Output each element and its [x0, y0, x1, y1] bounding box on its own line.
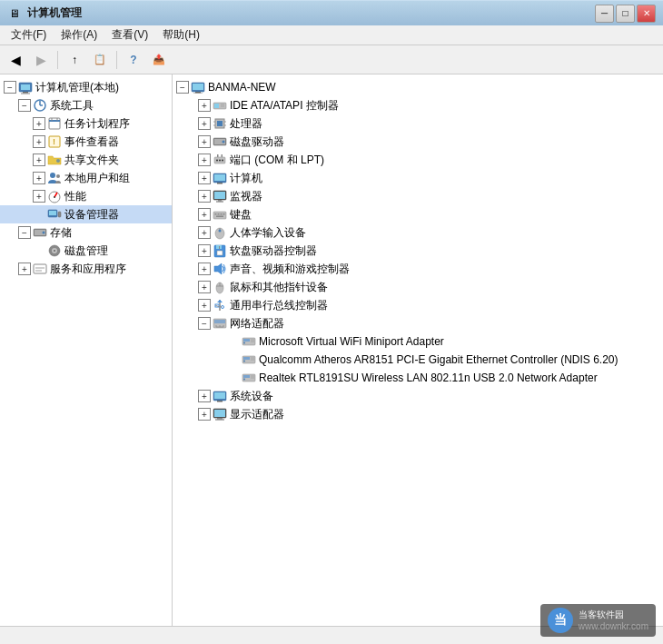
svg-rect-28: [34, 264, 46, 273]
expand-localusers[interactable]: +: [33, 172, 45, 184]
expand-placeholder-net1: [227, 335, 240, 348]
toolbar-sep-1: [57, 51, 58, 69]
menu-help[interactable]: 帮助(H): [155, 25, 207, 45]
expand-sharedfolders[interactable]: +: [33, 154, 45, 166]
expand-computername[interactable]: −: [176, 81, 189, 94]
menu-view[interactable]: 查看(V): [104, 25, 155, 45]
tree-node-mouse[interactable]: + 鼠标和其他指针设备: [173, 278, 663, 296]
up-button[interactable]: ↑: [63, 49, 86, 71]
label-network: 网络适配器: [230, 316, 284, 332]
svg-rect-60: [216, 202, 223, 203]
svg-point-50: [219, 160, 221, 162]
expand-storage[interactable]: −: [18, 226, 31, 239]
expand-placeholder-net2: [227, 353, 240, 366]
expand-taskscheduler[interactable]: +: [33, 117, 45, 130]
expand-placeholder-net3: [227, 372, 240, 384]
expand-mouse[interactable]: +: [198, 281, 211, 293]
tree-node-sysdev[interactable]: + 系统设备: [173, 387, 663, 405]
svg-point-18: [54, 196, 55, 198]
expand-computer-item[interactable]: +: [198, 172, 211, 184]
svg-rect-73: [219, 246, 220, 249]
label-root: 计算机管理(本地): [35, 80, 119, 95]
tree-node-storage[interactable]: − 存储: [0, 223, 172, 242]
help-button[interactable]: ?: [122, 49, 145, 71]
tree-node-diskmgmt[interactable]: 磁盘管理: [0, 242, 172, 260]
expand-sysdev[interactable]: +: [198, 390, 211, 402]
tree-node-usb[interactable]: + 通用串行总线控制器: [173, 296, 663, 314]
expand-display[interactable]: +: [198, 408, 211, 421]
tree-node-net2[interactable]: Qualcomm Atheros AR8151 PCI-E Gigabit Et…: [173, 351, 663, 369]
label-devmgr: 设备管理器: [64, 207, 119, 223]
tree-node-display[interactable]: + 显示适配器: [173, 405, 663, 423]
expand-floppy[interactable]: +: [198, 244, 211, 257]
tree-node-monitor[interactable]: + 监视器: [173, 187, 663, 205]
icon-usb: [213, 298, 227, 312]
svg-rect-58: [214, 192, 225, 199]
tree-node-keyboard[interactable]: + 键盘: [173, 205, 663, 223]
svg-rect-1: [21, 84, 30, 90]
icon-mouse: [213, 280, 227, 294]
tree-node-systemtools[interactable]: − 系统工具: [0, 96, 172, 114]
tree-node-eventviewer[interactable]: + ! 事件查看器: [0, 133, 172, 151]
tree-node-computer-item[interactable]: + 计算机: [173, 169, 663, 187]
expand-systemtools[interactable]: −: [18, 99, 31, 112]
tree-node-computername[interactable]: − BANMA-NEW: [173, 78, 663, 96]
svg-rect-96: [243, 357, 250, 360]
tree-node-net3[interactable]: Realtek RTL8191SU Wireless LAN 802.11n U…: [173, 369, 663, 387]
icon-taskscheduler: [47, 116, 62, 131]
label-systemtools: 系统工具: [50, 98, 94, 114]
expand-port[interactable]: +: [198, 154, 211, 166]
properties-button[interactable]: 📋: [88, 49, 112, 71]
expand-diskdrive[interactable]: +: [198, 135, 211, 148]
tree-node-floppy[interactable]: + 软盘驱动器控制器: [173, 242, 663, 260]
expand-eventviewer[interactable]: +: [33, 135, 45, 148]
expand-root[interactable]: −: [4, 81, 16, 94]
menu-action[interactable]: 操作(A): [54, 25, 104, 45]
tree-node-root[interactable]: − 计算机管理(本地): [0, 78, 172, 96]
expand-network[interactable]: −: [198, 317, 211, 330]
tree-node-sound[interactable]: + 声音、视频和游戏控制器: [173, 260, 663, 278]
svg-rect-53: [222, 154, 223, 157]
tree-node-port[interactable]: + 端口 (COM 和 LPT): [173, 151, 663, 169]
export-button[interactable]: 📤: [147, 49, 171, 71]
tree-node-services[interactable]: + 服务和应用程序: [0, 260, 172, 278]
svg-point-69: [219, 230, 222, 233]
icon-sysdev: [213, 389, 227, 403]
maximize-button[interactable]: □: [616, 5, 635, 23]
expand-performance[interactable]: +: [33, 190, 45, 203]
close-button[interactable]: ✕: [637, 5, 656, 23]
tree-node-taskscheduler[interactable]: + 任务计划程序: [0, 114, 172, 133]
tree-node-localusers[interactable]: + 本地用户和组: [0, 169, 172, 187]
svg-rect-20: [49, 211, 56, 215]
tree-node-hid[interactable]: + 人体学输入设备: [173, 223, 663, 242]
tree-node-sharedfolders[interactable]: + 共享文件夹: [0, 151, 172, 169]
expand-services[interactable]: +: [18, 263, 31, 275]
expand-usb[interactable]: +: [198, 299, 211, 312]
expand-ide[interactable]: +: [198, 99, 211, 112]
expand-placeholder-devmgr: [33, 208, 45, 221]
tree-node-ide[interactable]: + IDE ATA/ATAPI 控制器: [173, 96, 663, 114]
tree-node-devmgr[interactable]: 设备管理器: [0, 205, 172, 223]
tree-node-net1[interactable]: Microsoft Virtual WiFi Miniport Adapter: [173, 332, 663, 351]
svg-marker-74: [214, 263, 222, 274]
expand-keyboard[interactable]: +: [198, 208, 211, 221]
minimize-button[interactable]: ─: [595, 5, 614, 23]
toolbar: ◀ ▶ ↑ 📋 ? 📤: [0, 45, 663, 74]
menu-file[interactable]: 文件(F): [4, 25, 54, 45]
tree-node-cpu[interactable]: + 处理器: [173, 114, 663, 133]
expand-sound[interactable]: +: [198, 263, 211, 275]
tree-node-performance[interactable]: + 性能: [0, 187, 172, 205]
label-computername: BANMA-NEW: [208, 81, 276, 94]
main-container: − 计算机管理(本地) − 系统工具: [0, 74, 663, 626]
tree-node-network[interactable]: − 网络适配器: [173, 314, 663, 332]
back-button[interactable]: ◀: [4, 49, 27, 71]
icon-ide: [213, 98, 227, 113]
forward-button[interactable]: ▶: [29, 49, 53, 71]
expand-monitor[interactable]: +: [198, 190, 211, 203]
expand-hid[interactable]: +: [198, 226, 211, 239]
label-keyboard: 键盘: [230, 207, 252, 223]
expand-cpu[interactable]: +: [198, 117, 211, 130]
right-panel: − BANMA-NEW +: [173, 74, 663, 626]
svg-point-24: [43, 232, 45, 234]
tree-node-diskdrive[interactable]: + 磁盘驱动器: [173, 133, 663, 151]
